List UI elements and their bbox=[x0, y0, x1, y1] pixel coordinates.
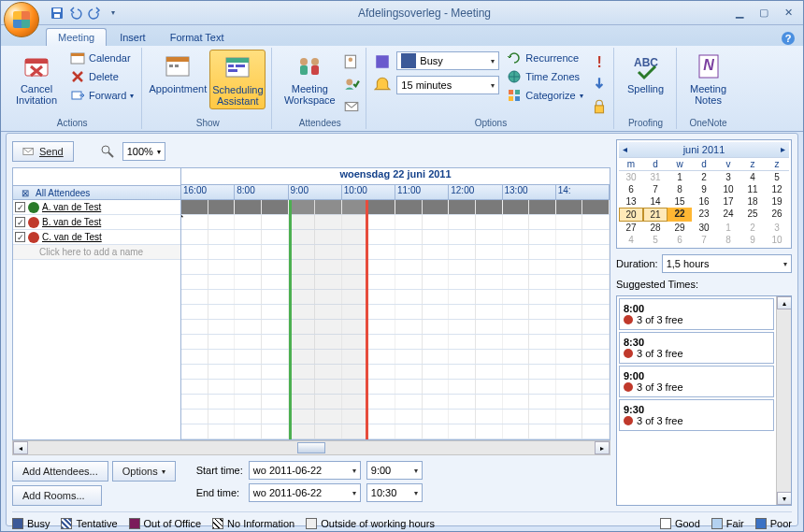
meeting-notes-button[interactable]: N Meeting Notes bbox=[684, 50, 733, 108]
importance-high-icon[interactable]: ! bbox=[591, 53, 608, 70]
vertical-scrollbar[interactable]: ▴ ▾ bbox=[776, 296, 791, 505]
calendar-day[interactable]: 27 bbox=[619, 222, 643, 234]
meeting-workspace-button[interactable]: Meeting Workspace bbox=[280, 50, 339, 108]
scroll-left-icon[interactable]: ◂ bbox=[13, 441, 28, 454]
calendar-day[interactable]: 31 bbox=[643, 171, 668, 183]
scroll-right-icon[interactable]: ▸ bbox=[595, 441, 610, 454]
show-as-icon[interactable] bbox=[374, 53, 391, 70]
scheduling-assistant-button[interactable]: Scheduling Assistant bbox=[209, 50, 266, 109]
calendar-day[interactable]: 10 bbox=[716, 183, 740, 195]
scheduling-options-button[interactable]: Options ▾ bbox=[112, 461, 176, 482]
timeline[interactable]: woensdag 22 juni 2011 16:008:009:0010:00… bbox=[181, 168, 610, 439]
checkbox-icon[interactable]: ✓ bbox=[15, 217, 25, 227]
calendar-day[interactable]: 9 bbox=[692, 183, 716, 195]
calendar-day[interactable]: 4 bbox=[740, 171, 765, 183]
calendar-day[interactable]: 6 bbox=[619, 183, 643, 195]
zoom-icon[interactable] bbox=[100, 144, 115, 159]
add-rooms-button[interactable]: Add Rooms... bbox=[12, 485, 102, 506]
calendar-day[interactable]: 26 bbox=[765, 208, 789, 222]
timezones-button[interactable]: Time Zones bbox=[505, 68, 584, 85]
calendar-day[interactable]: 29 bbox=[668, 222, 692, 234]
scroll-thumb[interactable] bbox=[297, 442, 325, 453]
maximize-button[interactable]: ▢ bbox=[753, 6, 775, 21]
scroll-up-icon[interactable]: ▴ bbox=[777, 296, 792, 309]
date-picker[interactable]: ◂ juni 2011 ▸ mdwdvzz3031123456789101112… bbox=[616, 139, 792, 249]
calendar-day[interactable]: 7 bbox=[643, 183, 668, 195]
calendar-day[interactable]: 10 bbox=[765, 234, 789, 246]
reminder-icon[interactable] bbox=[374, 76, 391, 93]
attendee-row[interactable]: ✓A. van de Test bbox=[13, 200, 180, 215]
calendar-day[interactable]: 8 bbox=[668, 183, 692, 195]
attendee-row[interactable]: ✓C. van de Test bbox=[13, 230, 180, 245]
prev-month-icon[interactable]: ◂ bbox=[623, 144, 627, 154]
suggested-time-item[interactable]: 8:303 of 3 free bbox=[619, 332, 774, 364]
tab-meeting[interactable]: Meeting bbox=[46, 28, 107, 46]
calendar-day[interactable]: 13 bbox=[619, 195, 643, 208]
calendar-day[interactable]: 3 bbox=[765, 222, 789, 234]
start-time-combo[interactable]: 9:00▾ bbox=[366, 461, 423, 480]
calendar-day[interactable]: 24 bbox=[716, 208, 740, 222]
calendar-day[interactable]: 8 bbox=[716, 234, 740, 246]
appointment-button[interactable]: Appointment bbox=[150, 50, 206, 96]
spelling-button[interactable]: ABC Spelling bbox=[622, 50, 670, 96]
office-button[interactable] bbox=[4, 2, 39, 37]
calendar-day[interactable]: 18 bbox=[740, 195, 765, 208]
end-date-combo[interactable]: wo 2011-06-22▾ bbox=[249, 483, 361, 502]
suggested-time-item[interactable]: 9:303 of 3 free bbox=[619, 399, 774, 431]
calendar-day[interactable]: 4 bbox=[619, 234, 643, 246]
private-icon[interactable] bbox=[591, 98, 608, 115]
address-book-icon[interactable] bbox=[343, 53, 360, 70]
qat-dropdown-icon[interactable]: ▾ bbox=[106, 6, 121, 21]
calendar-day[interactable]: 30 bbox=[619, 171, 643, 183]
reminder-combo[interactable]: 15 minutes▾ bbox=[396, 76, 499, 94]
calendar-button[interactable]: Calendar bbox=[68, 50, 136, 66]
duration-combo[interactable]: 1,5 hours▾ bbox=[662, 254, 792, 273]
calendar-day[interactable]: 7 bbox=[692, 234, 716, 246]
end-time-combo[interactable]: 10:30▾ bbox=[366, 483, 423, 502]
calendar-day[interactable]: 14 bbox=[643, 195, 668, 208]
attendee-row[interactable]: ✓B. van de Test bbox=[13, 215, 180, 230]
next-month-icon[interactable]: ▸ bbox=[781, 144, 785, 154]
calendar-day[interactable]: 30 bbox=[692, 222, 716, 234]
calendar-day[interactable]: 9 bbox=[740, 234, 765, 246]
forward-button[interactable]: Forward ▾ bbox=[68, 87, 136, 104]
calendar-day[interactable]: 25 bbox=[740, 208, 765, 222]
calendar-day[interactable]: 19 bbox=[765, 195, 789, 208]
save-icon[interactable] bbox=[50, 6, 65, 21]
calendar-day[interactable]: 23 bbox=[692, 208, 716, 222]
calendar-day[interactable]: 20 bbox=[619, 208, 643, 222]
importance-low-icon[interactable] bbox=[591, 76, 608, 93]
calendar-day[interactable]: 17 bbox=[716, 195, 740, 208]
calendar-day[interactable]: 22 bbox=[668, 208, 692, 222]
help-icon[interactable]: ? bbox=[781, 31, 796, 46]
calendar-day[interactable]: 1 bbox=[668, 171, 692, 183]
scroll-down-icon[interactable]: ▾ bbox=[777, 492, 792, 505]
redo-icon[interactable] bbox=[87, 6, 102, 21]
calendar-day[interactable]: 21 bbox=[643, 208, 668, 222]
check-names-icon[interactable] bbox=[343, 76, 360, 93]
cancel-invitation-button[interactable]: Cancel Invitation bbox=[8, 50, 65, 108]
calendar-day[interactable]: 1 bbox=[716, 222, 740, 234]
tab-format-text[interactable]: Format Text bbox=[159, 29, 236, 46]
show-as-combo[interactable]: Busy▾ bbox=[396, 51, 499, 70]
start-date-combo[interactable]: wo 2011-06-22▾ bbox=[249, 461, 361, 480]
calendar-day[interactable]: 2 bbox=[740, 222, 765, 234]
calendar-day[interactable]: 11 bbox=[740, 183, 765, 195]
horizontal-scrollbar[interactable]: ◂ ▸ bbox=[12, 440, 610, 455]
categorize-button[interactable]: Categorize ▾ bbox=[505, 87, 584, 104]
calendar-day[interactable]: 6 bbox=[668, 234, 692, 246]
responses-icon[interactable] bbox=[343, 98, 360, 115]
calendar-day[interactable]: 16 bbox=[692, 195, 716, 208]
zoom-combo[interactable]: 100% ▾ bbox=[122, 142, 165, 161]
checkbox-icon[interactable]: ✓ bbox=[15, 202, 25, 212]
calendar-day[interactable]: 5 bbox=[765, 171, 789, 183]
recurrence-button[interactable]: Recurrence bbox=[505, 50, 584, 66]
delete-button[interactable]: Delete bbox=[68, 68, 136, 85]
tab-insert[interactable]: Insert bbox=[108, 29, 157, 46]
meeting-block[interactable] bbox=[289, 200, 369, 439]
suggested-time-item[interactable]: 9:003 of 3 free bbox=[619, 366, 774, 397]
calendar-day[interactable]: 28 bbox=[643, 222, 668, 234]
add-attendees-button[interactable]: Add Attendees... bbox=[12, 461, 108, 482]
close-button[interactable]: ✕ bbox=[777, 6, 799, 21]
calendar-day[interactable]: 2 bbox=[692, 171, 716, 183]
